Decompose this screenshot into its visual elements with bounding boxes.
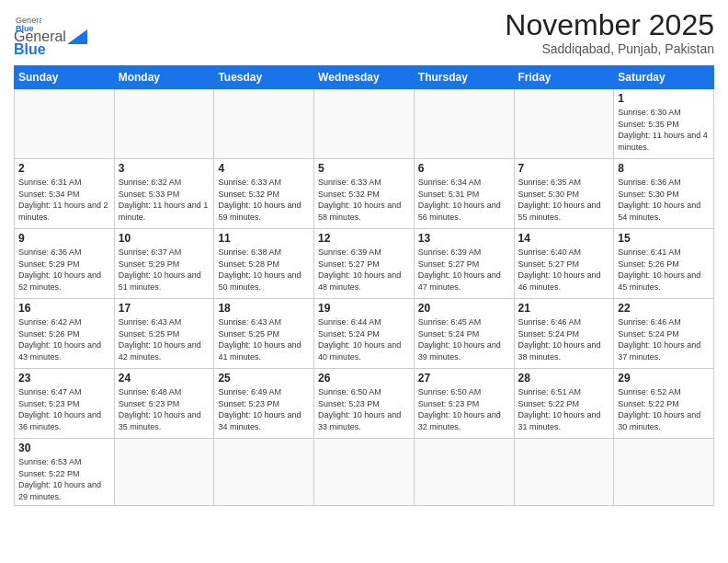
table-row: [614, 439, 714, 506]
day-number: 13: [418, 232, 510, 245]
table-row: 23Sunrise: 6:47 AM Sunset: 5:23 PM Dayli…: [15, 369, 115, 439]
col-thursday: Thursday: [414, 66, 514, 89]
table-row: 27Sunrise: 6:50 AM Sunset: 5:23 PM Dayli…: [414, 369, 514, 439]
table-row: 19Sunrise: 6:44 AM Sunset: 5:24 PM Dayli…: [314, 299, 415, 369]
logo-triangle: [67, 29, 87, 44]
day-info: Sunrise: 6:42 AM Sunset: 5:26 PM Dayligh…: [18, 316, 110, 362]
table-row: [114, 89, 214, 159]
day-info: Sunrise: 6:49 AM Sunset: 5:23 PM Dayligh…: [218, 386, 310, 432]
table-row: [214, 439, 314, 506]
table-row: 22Sunrise: 6:46 AM Sunset: 5:24 PM Dayli…: [614, 299, 714, 369]
day-info: Sunrise: 6:50 AM Sunset: 5:23 PM Dayligh…: [318, 386, 410, 432]
day-number: 27: [418, 372, 510, 385]
day-number: 23: [18, 372, 110, 385]
table-row: 3Sunrise: 6:32 AM Sunset: 5:33 PM Daylig…: [114, 159, 214, 229]
table-row: [15, 89, 115, 159]
day-info: Sunrise: 6:35 AM Sunset: 5:30 PM Dayligh…: [518, 177, 610, 223]
table-row: 14Sunrise: 6:40 AM Sunset: 5:27 PM Dayli…: [514, 229, 614, 299]
calendar: Sunday Monday Tuesday Wednesday Thursday…: [14, 65, 714, 506]
col-sunday: Sunday: [15, 66, 115, 89]
location: Saddiqabad, Punjab, Pakistan: [505, 41, 714, 56]
day-number: 14: [518, 232, 610, 245]
table-row: 25Sunrise: 6:49 AM Sunset: 5:23 PM Dayli…: [214, 369, 314, 439]
day-number: 8: [618, 162, 710, 175]
day-info: Sunrise: 6:41 AM Sunset: 5:26 PM Dayligh…: [618, 247, 710, 293]
table-row: 1Sunrise: 6:30 AM Sunset: 5:35 PM Daylig…: [614, 89, 714, 159]
day-info: Sunrise: 6:38 AM Sunset: 5:28 PM Dayligh…: [218, 247, 310, 293]
day-info: Sunrise: 6:43 AM Sunset: 5:25 PM Dayligh…: [119, 316, 210, 362]
day-info: Sunrise: 6:50 AM Sunset: 5:23 PM Dayligh…: [418, 386, 510, 432]
day-info: Sunrise: 6:36 AM Sunset: 5:29 PM Dayligh…: [18, 247, 110, 293]
day-info: Sunrise: 6:46 AM Sunset: 5:24 PM Dayligh…: [518, 316, 610, 362]
day-number: 3: [119, 162, 210, 175]
table-row: 11Sunrise: 6:38 AM Sunset: 5:28 PM Dayli…: [214, 229, 314, 299]
table-row: 5Sunrise: 6:33 AM Sunset: 5:32 PM Daylig…: [314, 159, 415, 229]
logo-content: General Blue General Blue: [14, 14, 88, 58]
day-info: Sunrise: 6:34 AM Sunset: 5:31 PM Dayligh…: [418, 177, 510, 223]
svg-marker-3: [67, 29, 87, 44]
table-row: [314, 439, 415, 506]
day-number: 7: [518, 162, 610, 175]
day-info: Sunrise: 6:45 AM Sunset: 5:24 PM Dayligh…: [418, 316, 510, 362]
day-number: 22: [618, 302, 710, 315]
day-number: 18: [218, 302, 310, 315]
day-info: Sunrise: 6:43 AM Sunset: 5:25 PM Dayligh…: [218, 316, 310, 362]
table-row: 13Sunrise: 6:39 AM Sunset: 5:27 PM Dayli…: [414, 229, 514, 299]
table-row: [114, 439, 214, 506]
day-info: Sunrise: 6:33 AM Sunset: 5:32 PM Dayligh…: [218, 177, 310, 223]
table-row: [514, 89, 614, 159]
day-info: Sunrise: 6:53 AM Sunset: 5:22 PM Dayligh…: [18, 456, 110, 502]
day-number: 21: [518, 302, 610, 315]
day-number: 20: [418, 302, 510, 315]
table-row: [414, 89, 514, 159]
table-row: 10Sunrise: 6:37 AM Sunset: 5:29 PM Dayli…: [114, 229, 214, 299]
table-row: [214, 89, 314, 159]
table-row: [314, 89, 415, 159]
day-info: Sunrise: 6:44 AM Sunset: 5:24 PM Dayligh…: [318, 316, 410, 362]
table-row: [414, 439, 514, 506]
table-row: 12Sunrise: 6:39 AM Sunset: 5:27 PM Dayli…: [314, 229, 415, 299]
day-info: Sunrise: 6:30 AM Sunset: 5:35 PM Dayligh…: [618, 107, 710, 153]
table-row: 17Sunrise: 6:43 AM Sunset: 5:25 PM Dayli…: [114, 299, 214, 369]
day-info: Sunrise: 6:40 AM Sunset: 5:27 PM Dayligh…: [518, 247, 610, 293]
col-saturday: Saturday: [614, 66, 714, 89]
table-row: 20Sunrise: 6:45 AM Sunset: 5:24 PM Dayli…: [414, 299, 514, 369]
table-row: 30Sunrise: 6:53 AM Sunset: 5:22 PM Dayli…: [15, 439, 115, 506]
day-number: 4: [218, 162, 310, 175]
day-number: 1: [618, 92, 710, 105]
logo: General Blue General Blue: [14, 14, 88, 58]
day-info: Sunrise: 6:47 AM Sunset: 5:23 PM Dayligh…: [18, 386, 110, 432]
table-row: 6Sunrise: 6:34 AM Sunset: 5:31 PM Daylig…: [414, 159, 514, 229]
day-info: Sunrise: 6:39 AM Sunset: 5:27 PM Dayligh…: [318, 247, 410, 293]
day-info: Sunrise: 6:52 AM Sunset: 5:22 PM Dayligh…: [618, 386, 710, 432]
day-number: 16: [18, 302, 110, 315]
day-number: 28: [518, 372, 610, 385]
calendar-header-row: Sunday Monday Tuesday Wednesday Thursday…: [15, 66, 714, 89]
table-row: 28Sunrise: 6:51 AM Sunset: 5:22 PM Dayli…: [514, 369, 614, 439]
logo-blue: Blue: [14, 41, 46, 57]
day-number: 12: [318, 232, 410, 245]
day-info: Sunrise: 6:51 AM Sunset: 5:22 PM Dayligh…: [518, 386, 610, 432]
table-row: 16Sunrise: 6:42 AM Sunset: 5:26 PM Dayli…: [15, 299, 115, 369]
col-wednesday: Wednesday: [314, 66, 415, 89]
table-row: 8Sunrise: 6:36 AM Sunset: 5:30 PM Daylig…: [614, 159, 714, 229]
title-block: November 2025 Saddiqabad, Punjab, Pakist…: [505, 9, 714, 56]
day-number: 30: [18, 442, 110, 454]
table-row: 2Sunrise: 6:31 AM Sunset: 5:34 PM Daylig…: [15, 159, 115, 229]
table-row: 18Sunrise: 6:43 AM Sunset: 5:25 PM Dayli…: [214, 299, 314, 369]
table-row: 21Sunrise: 6:46 AM Sunset: 5:24 PM Dayli…: [514, 299, 614, 369]
day-info: Sunrise: 6:36 AM Sunset: 5:30 PM Dayligh…: [618, 177, 710, 223]
day-info: Sunrise: 6:37 AM Sunset: 5:29 PM Dayligh…: [119, 247, 210, 293]
day-number: 29: [618, 372, 710, 385]
table-row: 4Sunrise: 6:33 AM Sunset: 5:32 PM Daylig…: [214, 159, 314, 229]
col-tuesday: Tuesday: [214, 66, 314, 89]
day-info: Sunrise: 6:31 AM Sunset: 5:34 PM Dayligh…: [18, 177, 110, 223]
month-title: November 2025: [505, 9, 714, 41]
day-number: 5: [318, 162, 410, 175]
day-number: 25: [218, 372, 310, 385]
col-friday: Friday: [514, 66, 614, 89]
day-info: Sunrise: 6:48 AM Sunset: 5:23 PM Dayligh…: [119, 386, 210, 432]
col-monday: Monday: [114, 66, 214, 89]
page: General Blue General Blue November 2025 …: [0, 0, 728, 563]
table-row: 9Sunrise: 6:36 AM Sunset: 5:29 PM Daylig…: [15, 229, 115, 299]
